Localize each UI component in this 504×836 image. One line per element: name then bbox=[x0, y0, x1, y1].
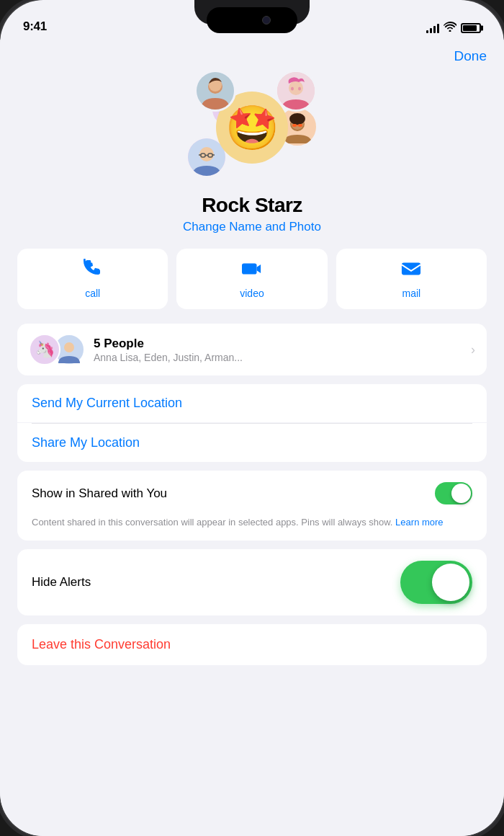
send-location-row[interactable]: Send My Current Location bbox=[17, 384, 487, 423]
send-location-label: Send My Current Location bbox=[32, 396, 182, 410]
chevron-right-icon: › bbox=[471, 342, 475, 357]
svg-point-13 bbox=[298, 87, 301, 91]
shared-toggle-row: Show in Shared with You bbox=[17, 471, 487, 516]
mail-button[interactable]: mail bbox=[336, 249, 487, 309]
people-names: Anna Lisa, Eden, Justin, Arman... bbox=[94, 352, 471, 363]
dynamic-island bbox=[207, 7, 297, 33]
phone-frame: 9:41 Done bbox=[0, 0, 504, 836]
phone-icon bbox=[83, 259, 103, 283]
share-location-row[interactable]: Share My Location bbox=[17, 424, 487, 462]
shared-with-you-card: Show in Shared with You Content shared i… bbox=[17, 471, 487, 541]
svg-rect-18 bbox=[292, 124, 297, 127]
group-name: Rock Starz bbox=[202, 194, 302, 217]
mail-icon bbox=[401, 259, 421, 283]
done-button[interactable]: Done bbox=[454, 48, 487, 64]
hide-alerts-label: Hide Alerts bbox=[32, 575, 91, 590]
toggle-thumb bbox=[451, 484, 471, 503]
people-row[interactable]: 🦄 5 People Anna Lisa, Eden, Justin, Arma… bbox=[17, 324, 487, 375]
people-info: 5 People Anna Lisa, Eden, Justin, Arman.… bbox=[94, 337, 471, 363]
content-area: Done 🤩 bbox=[0, 40, 504, 836]
hide-alerts-card: Hide Alerts bbox=[17, 549, 487, 615]
call-button[interactable]: call bbox=[17, 249, 168, 309]
hide-alerts-row: Hide Alerts bbox=[17, 549, 487, 615]
wifi-icon bbox=[444, 22, 456, 34]
people-card: 🦄 5 People Anna Lisa, Eden, Justin, Arma… bbox=[17, 324, 487, 375]
avatar-1 bbox=[194, 70, 236, 112]
svg-rect-21 bbox=[402, 263, 420, 275]
svg-point-11 bbox=[289, 81, 303, 95]
shared-with-you-toggle[interactable] bbox=[435, 482, 472, 504]
front-camera bbox=[262, 16, 271, 25]
share-location-label: Share My Location bbox=[32, 435, 140, 450]
people-avatar-1: 🦄 bbox=[29, 334, 60, 365]
video-label: video bbox=[240, 288, 264, 299]
group-avatar: 🤩 bbox=[180, 70, 324, 185]
avatar-4 bbox=[275, 70, 317, 112]
status-time: 9:41 bbox=[23, 19, 47, 34]
hide-alerts-toggle[interactable] bbox=[400, 561, 472, 604]
svg-point-17 bbox=[289, 113, 305, 125]
svg-point-23 bbox=[64, 342, 74, 352]
avatar-section: 🤩 bbox=[0, 70, 504, 249]
svg-point-12 bbox=[291, 87, 294, 91]
people-count: 5 People bbox=[94, 337, 471, 351]
call-label: call bbox=[85, 288, 100, 299]
learn-more-link[interactable]: Learn more bbox=[395, 517, 443, 528]
location-card: Send My Current Location Share My Locati… bbox=[17, 384, 487, 462]
leave-conversation-label: Leave this Conversation bbox=[32, 637, 171, 652]
mail-label: mail bbox=[402, 288, 420, 299]
shared-description: Content shared in this conversation will… bbox=[17, 516, 487, 541]
leave-conversation-row[interactable]: Leave this Conversation bbox=[17, 624, 487, 665]
battery-icon bbox=[461, 23, 481, 33]
action-buttons: call video bbox=[0, 249, 504, 324]
status-icons bbox=[426, 22, 481, 34]
video-button[interactable]: video bbox=[176, 249, 327, 309]
change-name-link[interactable]: Change Name and Photo bbox=[183, 220, 321, 234]
toggle-large-thumb bbox=[432, 564, 469, 601]
leave-conversation-card: Leave this Conversation bbox=[17, 624, 487, 665]
screen: 9:41 Done bbox=[0, 0, 504, 836]
signal-icon bbox=[426, 23, 439, 33]
video-icon bbox=[242, 259, 262, 283]
svg-rect-19 bbox=[298, 124, 302, 127]
shared-with-you-label: Show in Shared with You bbox=[32, 486, 167, 501]
header: Done bbox=[0, 40, 504, 70]
people-avatars: 🦄 bbox=[29, 334, 85, 365]
